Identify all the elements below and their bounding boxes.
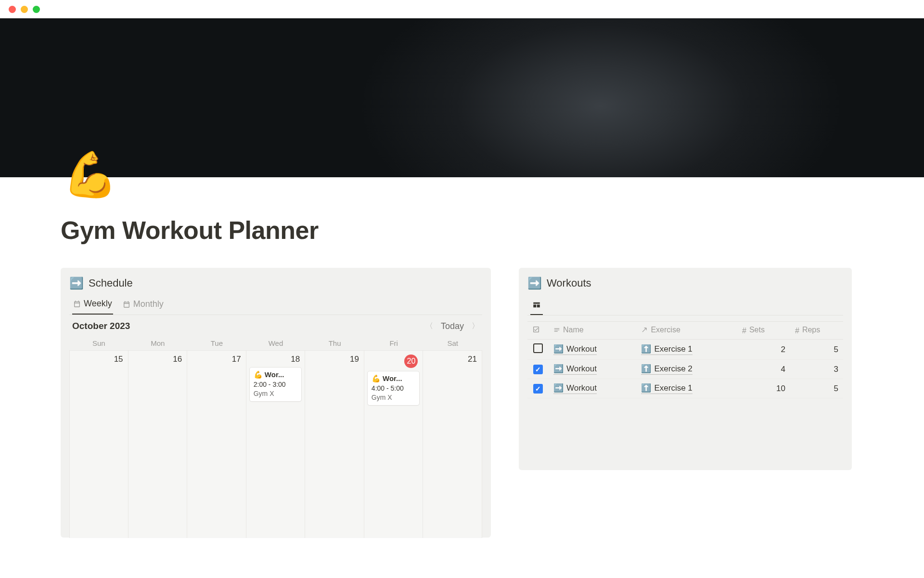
exercise-link[interactable]: ⬆️Exercise 1 [641,383,692,394]
text-lines-icon [553,327,560,335]
reps-cell[interactable]: 5 [790,340,843,360]
calendar-day-number: 19 [305,351,364,364]
calendar-day-number: 20 [364,351,423,368]
dow-sun: Sun [69,336,128,350]
col-sets-label: Sets [749,326,765,334]
sets-cell[interactable]: 10 [737,379,790,398]
close-window-dot[interactable] [9,6,16,13]
workout-name-text: Workout [566,383,597,393]
exercise-name-text: Exercise 1 [654,383,692,393]
calendar-day-number: 16 [128,351,187,364]
event-time: 2:00 - 3:00 [254,381,298,388]
calendar-week-row: 15161718💪 Wor...2:00 - 3:00Gym X1920💪 Wo… [69,350,482,538]
arrow-right-emoji-icon: ➡️ [553,364,564,374]
minimize-window-dot[interactable] [21,6,28,13]
dow-wed: Wed [246,336,306,350]
workout-name-link[interactable]: ➡️Workout [553,383,597,394]
table-view-tab[interactable] [530,298,543,315]
dow-mon: Mon [128,336,188,350]
exercise-link[interactable]: ⬆️Exercise 1 [641,344,692,355]
exercise-link[interactable]: ⬆️Exercise 2 [641,364,692,375]
workout-name-text: Workout [566,344,597,354]
maximize-window-dot[interactable] [33,6,40,13]
window-titlebar [0,0,924,18]
cover-image[interactable] [0,18,924,177]
col-reps-label: Reps [802,326,820,334]
today-button[interactable]: Today [441,321,464,331]
number-icon: # [795,327,799,335]
divider [69,315,482,315]
page-title[interactable]: Gym Workout Planner [61,216,924,245]
calendar-day-number: 21 [423,351,482,364]
schedule-panel-header[interactable]: ➡️ Schedule [69,276,482,290]
dow-fri: Fri [364,336,424,350]
calendar-day-number: 18 [246,351,305,364]
row-checkbox[interactable] [533,384,543,394]
event-location: Gym X [254,390,298,397]
arrow-right-emoji-icon: ➡️ [527,276,542,290]
divider [527,315,843,315]
col-name-label: Name [563,326,584,334]
page-emoji-icon[interactable]: 💪 [63,152,118,197]
event-location: Gym X [372,394,416,401]
col-checkbox[interactable] [527,322,549,340]
relation-arrow-icon [641,327,648,335]
col-reps[interactable]: #Reps [790,322,843,340]
calendar-day-cell[interactable]: 19 [305,350,364,538]
arrow-right-emoji-icon: ➡️ [69,276,84,290]
calendar-day-cell[interactable]: 20💪 Wor...4:00 - 5:00Gym X [364,350,424,538]
col-exercise[interactable]: Exercise [636,322,737,340]
calendar-day-cell[interactable]: 16 [128,350,188,538]
sets-cell[interactable]: 4 [737,360,790,379]
tab-weekly[interactable]: Weekly [72,296,113,315]
arrow-up-emoji-icon: ⬆️ [641,344,651,354]
col-exercise-label: Exercise [651,326,680,334]
calendar-day-cell[interactable]: 18💪 Wor...2:00 - 3:00Gym X [246,350,306,538]
checkbox-header-icon [532,326,540,335]
event-title: 💪 Wor... [254,370,298,379]
row-checkbox[interactable] [533,365,543,374]
reps-cell[interactable]: 3 [790,360,843,379]
calendar-day-cell[interactable]: 17 [187,350,246,538]
calendar-week-icon [73,300,81,308]
calendar-month-label[interactable]: October 2023 [72,321,130,331]
table-row[interactable]: ➡️Workout⬆️Exercise 125 [527,340,843,360]
prev-week-button[interactable]: 〈 [425,321,433,331]
calendar-day-number: 17 [187,351,246,364]
schedule-panel: ➡️ Schedule Weekly Monthly October 2023 … [61,268,491,538]
day-of-week-header: Sun Mon Tue Wed Thu Fri Sat [69,336,482,350]
calendar-day-cell[interactable]: 21 [423,350,482,538]
workouts-table: Name Exercise #Sets #Reps ➡️Workout⬆️ [527,321,843,398]
dow-thu: Thu [305,336,364,350]
table-row[interactable]: ➡️Workout⬆️Exercise 243 [527,360,843,379]
calendar-day-cell[interactable]: 15 [69,350,128,538]
arrow-up-emoji-icon: ⬆️ [641,383,651,393]
workouts-panel-title: Workouts [547,277,591,289]
next-week-button[interactable]: 〉 [472,321,479,331]
number-icon: # [742,327,746,335]
calendar-event-card[interactable]: 💪 Wor...2:00 - 3:00Gym X [249,367,302,402]
dow-sat: Sat [423,336,482,350]
workouts-panel-header[interactable]: ➡️ Workouts [527,276,843,290]
table-row[interactable]: ➡️Workout⬆️Exercise 1105 [527,379,843,398]
col-sets[interactable]: #Sets [737,322,790,340]
reps-cell[interactable]: 5 [790,379,843,398]
col-name[interactable]: Name [549,322,636,340]
event-time: 4:00 - 5:00 [372,384,416,392]
workout-name-link[interactable]: ➡️Workout [553,344,597,355]
calendar-event-card[interactable]: 💪 Wor...4:00 - 5:00Gym X [367,371,420,406]
row-checkbox[interactable] [533,343,543,353]
sets-cell[interactable]: 2 [737,340,790,360]
schedule-view-tabs: Weekly Monthly [69,294,482,315]
workout-name-link[interactable]: ➡️Workout [553,364,597,375]
calendar-day-number: 15 [70,351,128,364]
tab-weekly-label: Weekly [84,299,112,309]
arrow-up-emoji-icon: ⬆️ [641,364,651,374]
schedule-panel-title: Schedule [89,277,133,289]
workout-name-text: Workout [566,364,597,374]
calendar-month-icon [123,301,130,308]
exercise-name-text: Exercise 2 [654,364,692,374]
tab-monthly[interactable]: Monthly [122,296,165,315]
tab-monthly-label: Monthly [133,299,164,309]
arrow-right-emoji-icon: ➡️ [553,383,564,393]
